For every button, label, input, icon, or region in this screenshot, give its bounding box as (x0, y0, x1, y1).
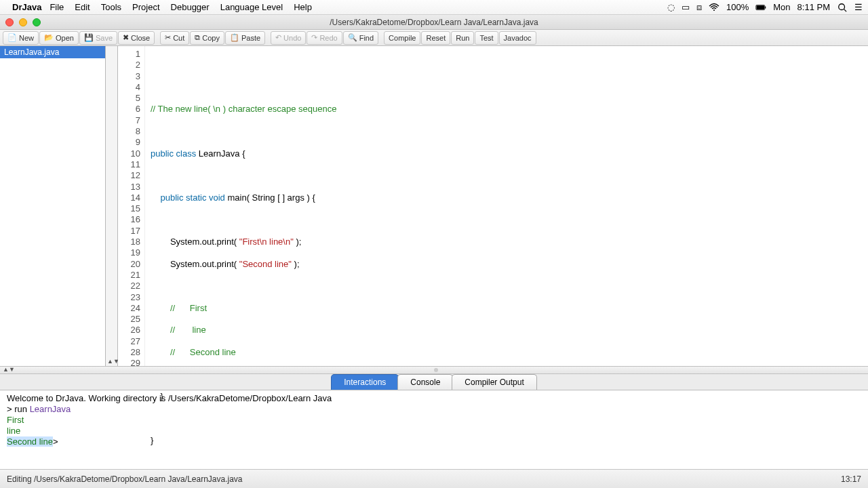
open-icon: 📂 (44, 34, 54, 41)
undo-icon: ↶ (275, 34, 281, 41)
battery-icon[interactable] (755, 3, 766, 12)
mac-menubar: DrJava File Edit Tools Project Debugger … (0, 0, 868, 15)
toolbar: 📄New 📂Open 💾Save ✖Close ✂Cut ⧉Copy 📋Past… (0, 30, 868, 46)
menu-help[interactable]: Help (294, 2, 312, 12)
main-area: LearnJava.java ▲▼ 1234567891011121314151… (0, 46, 868, 366)
paste-button[interactable]: 📋Paste (225, 31, 265, 45)
close-button[interactable]: ✖Close (118, 31, 155, 45)
new-button[interactable]: 📄New (3, 31, 39, 45)
compile-button[interactable]: Compile (384, 31, 420, 45)
find-icon: 🔍 (348, 34, 357, 41)
clock-day[interactable]: Mon (773, 2, 790, 12)
new-icon: 📄 (7, 34, 17, 41)
menu-project[interactable]: Project (132, 2, 159, 12)
code-area[interactable]: // The new line( \n ) character escape s… (145, 46, 868, 366)
copy-icon: ⧉ (195, 34, 200, 41)
test-button[interactable]: Test (475, 31, 498, 45)
save-button[interactable]: 💾Save (79, 31, 117, 45)
reset-button[interactable]: Reset (421, 31, 450, 45)
save-icon: 💾 (84, 34, 94, 41)
svg-point-0 (713, 9, 715, 11)
cut-button[interactable]: ✂Cut (160, 31, 189, 45)
svg-rect-2 (765, 6, 766, 8)
file-list-item[interactable]: LearnJava.java (0, 46, 105, 58)
battery-percent: 100% (726, 2, 749, 12)
status-left: Editing /Users/KakraDetome/Dropbox/Learn… (7, 474, 243, 484)
svg-line-5 (844, 9, 847, 12)
split-handle[interactable]: ▲▼ (0, 366, 868, 374)
zoom-window-button[interactable] (33, 18, 41, 26)
window-titlebar: /Users/KakraDetome/Dropbox/Learn Java/Le… (0, 15, 868, 30)
undo-button[interactable]: ↶Undo (271, 31, 306, 45)
svg-point-4 (839, 3, 845, 9)
file-list-scrollbar[interactable]: ▲▼ (106, 46, 118, 366)
minimize-window-button[interactable] (19, 18, 27, 26)
javadoc-button[interactable]: Javadoc (499, 31, 536, 45)
find-button[interactable]: 🔍Find (343, 31, 378, 45)
menu-icon[interactable]: ☰ (854, 2, 863, 12)
status-bar: Editing /Users/KakraDetome/Dropbox/Learn… (0, 469, 868, 488)
open-button[interactable]: 📂Open (39, 31, 79, 45)
menu-debugger[interactable]: Debugger (171, 2, 210, 12)
redo-button[interactable]: ↷Redo (307, 31, 342, 45)
close-window-button[interactable] (5, 18, 14, 26)
clock-time[interactable]: 8:11 PM (797, 2, 830, 12)
dropbox-icon[interactable]: ⧈ (696, 2, 702, 13)
window-title: /Users/KakraDetome/Dropbox/Learn Java/Le… (0, 18, 868, 27)
console-caret: > (53, 436, 58, 447)
icloud-icon[interactable]: ◌ (667, 2, 675, 12)
console-prompt: > (7, 404, 14, 414)
line-gutter: 1234567891011121314151617181920212223242… (118, 46, 145, 366)
menu-edit[interactable]: Edit (75, 2, 90, 12)
console-output-line: Second line (7, 436, 53, 447)
status-position: 13:17 (841, 474, 861, 484)
app-name[interactable]: DrJava (12, 2, 41, 12)
close-icon: ✖ (123, 34, 129, 41)
cut-icon: ✂ (165, 34, 171, 41)
spotlight-icon[interactable] (837, 3, 848, 12)
menu-language-level[interactable]: Language Level (220, 2, 283, 12)
wifi-icon[interactable] (709, 3, 719, 12)
run-button[interactable]: Run (451, 31, 474, 45)
copy-button[interactable]: ⧉Copy (190, 31, 224, 45)
redo-icon: ↷ (311, 34, 317, 41)
display-icon[interactable]: ▭ (682, 2, 690, 12)
menu-file[interactable]: File (50, 2, 64, 12)
code-editor[interactable]: 1234567891011121314151617181920212223242… (118, 46, 868, 366)
file-list[interactable]: LearnJava.java (0, 46, 106, 366)
svg-rect-3 (757, 5, 765, 9)
menu-tools[interactable]: Tools (101, 2, 121, 12)
paste-icon: 📋 (230, 34, 239, 41)
